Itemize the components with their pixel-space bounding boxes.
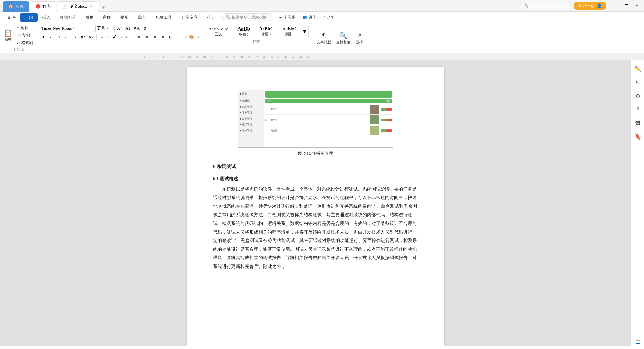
decrease-font-button[interactable]: A↓ (124, 25, 132, 32)
ribbon-tab-review[interactable]: 审阅 (98, 13, 116, 22)
right-tool-bookmark[interactable]: 🔖 (633, 132, 643, 142)
right-tool-image[interactable]: 🖼 (633, 118, 643, 128)
shading-button[interactable]: 🎨 (188, 34, 195, 41)
section-paragraph-1: 系统测试是将系统的软件、硬件看成一个整体，对系统设计进行测试。系统测试阶段主要的… (213, 185, 418, 271)
mini-op-edit3 (381, 129, 386, 132)
ribbon-tab-layout[interactable]: 页面布局 (55, 13, 81, 22)
right-tool-help[interactable]: ? (633, 104, 643, 115)
subscript-button[interactable]: X₂ (87, 34, 94, 41)
underline-button[interactable]: U (55, 34, 62, 41)
scroll-marker (636, 340, 640, 341)
sep3 (133, 34, 133, 40)
ribbon-search-area: 🔍 搜索命令、搜索模板 (221, 13, 273, 21)
style-h1[interactable]: AaBb 标题 1 (233, 25, 254, 38)
mini-top-bar (265, 91, 392, 98)
right-sidebar: ✏️ ↖ ⚙ ? 🖼 🔖 (631, 60, 644, 346)
mini-row-ops (381, 108, 392, 111)
clear-format-button[interactable]: ✕A (133, 25, 140, 32)
ribbon-tab-chapter[interactable]: 章节 (133, 13, 151, 22)
collab-label: 协作 (308, 15, 316, 20)
mini-nav-item7: ■ 用户管理 (240, 128, 263, 133)
right-tool-pen[interactable]: ✏️ (633, 64, 643, 74)
sync-button[interactable]: ☁ 未同步 (276, 14, 297, 21)
superscript-button[interactable]: X² (79, 34, 86, 41)
mini-header-bar: 序号 操作 (265, 99, 392, 103)
find-replace-button[interactable]: 🔍 查找替换 (334, 30, 352, 46)
tab-home[interactable]: 🏠 首页 (3, 1, 29, 12)
ribbon-tab-view[interactable]: 视图 (116, 13, 133, 22)
font-color-arrow: ▼ (107, 36, 110, 39)
share-label: 分享 (327, 15, 334, 20)
ribbon-cloud-tools: ☁ 未同步 👥 协作 ↑ 分享 (276, 14, 336, 21)
align-left-button[interactable]: ≡ (135, 34, 142, 41)
increase-font-button[interactable]: A↑ (116, 25, 123, 32)
mini-row-3: 3 商品图 (265, 125, 392, 136)
paste-icon: 📋 (4, 29, 12, 37)
close-button[interactable]: ✕ (632, 1, 641, 10)
line-spacing-button[interactable]: ↕ (176, 34, 183, 41)
share-icon: ↑ (323, 15, 325, 20)
user-icon: 👤 (597, 3, 602, 8)
ribbon-tab-insert[interactable]: 插入 (38, 13, 55, 22)
highlight-button[interactable]: 🖍 (111, 34, 118, 41)
find-replace-label: 查找替换 (336, 40, 350, 45)
collab-icon: 👥 (302, 15, 307, 20)
style-h2[interactable]: AaBbC 标题 2 (254, 25, 278, 38)
tab-doc[interactable]: 📄 论文.docx ✕ (57, 1, 98, 12)
font-size-selector[interactable]: 五号 ▼ (95, 25, 115, 32)
ribbon-tab-start[interactable]: 开始 (20, 13, 38, 22)
select-button[interactable]: ↗ 选择 (354, 30, 365, 46)
justify-button[interactable]: ≡ (159, 34, 166, 41)
doc-page: ■ 首页 ■ 轮播图 ■ 商品管理 ■ 订单管理 ■ 分类管理 ■ 品牌管理 ■… (187, 67, 444, 346)
ribbon-tab-more[interactable]: 推 › (202, 13, 218, 22)
sep2 (96, 34, 97, 40)
ribbon-tab-file[interactable]: 文件 (3, 13, 20, 22)
style-h3[interactable]: AaBbC 标题 3 (278, 25, 301, 38)
table-button[interactable]: ⊞ (167, 34, 175, 41)
clipboard-label: 粘贴板 (13, 47, 24, 52)
ref-15: [15] (231, 238, 236, 241)
sync-icon: ☁ (278, 15, 282, 20)
right-tool-cursor[interactable]: ↖ (633, 77, 643, 88)
phonetic-button[interactable]: 文 (141, 25, 148, 32)
align-right-button[interactable]: ≡ (151, 34, 158, 41)
cut-button[interactable]: ✂ 剪切 (15, 25, 35, 31)
login-label: 立即登录 (578, 3, 595, 9)
minimize-button[interactable]: — (612, 1, 621, 10)
mini-row-ops3 (381, 129, 392, 132)
section-heading-6: 6 系统测试 (213, 162, 418, 171)
tab-close-icon[interactable]: ✕ (90, 5, 93, 9)
mini-thumb-1 (370, 105, 379, 114)
ribbon-group-font: Times New Roma ▼ 五号 ▼ A↑ A↓ ✕A 文 B I U (37, 24, 202, 52)
mini-op-del (386, 108, 392, 111)
font-color-button[interactable]: A (99, 34, 106, 41)
right-tool-sliders[interactable]: ⚙ (633, 91, 643, 101)
login-button[interactable]: 立即登录 👤 (574, 2, 606, 10)
bold-button[interactable]: B (39, 34, 46, 41)
copy-button[interactable]: 📄 复制 (15, 32, 35, 39)
italic-button[interactable]: I (47, 34, 54, 41)
tab-chengke[interactable]: 🔴 程壳 (30, 1, 56, 12)
text-layout-button[interactable]: ¶ 文字排版 (315, 31, 333, 46)
paste-button[interactable]: 📋 粘贴 (2, 28, 14, 43)
maximize-button[interactable]: 🗖 (622, 1, 631, 10)
ribbon-tab-reference[interactable]: 引用 (81, 13, 98, 22)
align-center-button[interactable]: ≡ (143, 34, 150, 41)
strikethrough-button[interactable]: S (71, 34, 78, 41)
collab-button[interactable]: 👥 协作 (300, 14, 318, 21)
font-family-selector[interactable]: Times New Roma ▼ (39, 25, 94, 32)
ribbon-tab-vip[interactable]: 会员专享 (177, 13, 202, 22)
doc-scroll[interactable]: ■ 首页 ■ 轮播图 ■ 商品管理 ■ 订单管理 ■ 分类管理 ■ 品牌管理 ■… (0, 60, 631, 346)
style-normal-preview: AaBbCcDd (209, 26, 229, 32)
add-tab-button[interactable]: ＋ (99, 3, 108, 12)
styles-more-button[interactable]: ▼ (301, 29, 308, 35)
ribbon-search-input[interactable]: 🔍 搜索命令、搜索模板 (221, 13, 273, 21)
mini-thumb-3 (370, 126, 379, 135)
format-paint-button[interactable]: 🖌 格式刷 (15, 39, 35, 46)
text-box-button[interactable]: A⃞ (124, 34, 131, 41)
ribbon-tab-devtools[interactable]: 开发工具 (151, 13, 177, 22)
style-normal[interactable]: AaBbCcDd 正文 (204, 25, 233, 38)
share-button[interactable]: ↑ 分享 (321, 14, 336, 21)
select-icon: ↗ (357, 32, 362, 39)
titlebar-search[interactable]: 🔍 (519, 2, 571, 9)
